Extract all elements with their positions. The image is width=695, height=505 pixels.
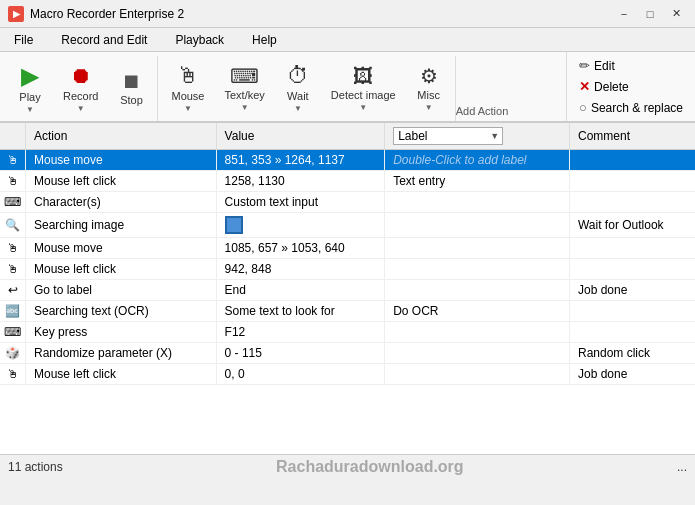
menu-playback[interactable]: Playback bbox=[161, 28, 238, 51]
toolbar-section-actions: 🖱 Mouse ▼ ⌨ Text/key ▼ ⏱ Wait ▼ 🖼 Detect… bbox=[158, 56, 455, 121]
table-row[interactable]: 🖱Mouse move851, 353 » 1264, 1137Double-C… bbox=[0, 150, 695, 171]
row-label: Text entry bbox=[385, 171, 570, 192]
table-row[interactable]: ⌨Key pressF12 bbox=[0, 322, 695, 343]
row-icon: ⌨ bbox=[0, 192, 26, 213]
edit-icon: ✏ bbox=[579, 58, 590, 73]
row-label bbox=[385, 364, 570, 385]
menu-record-edit[interactable]: Record and Edit bbox=[47, 28, 161, 51]
delete-action-button[interactable]: ✕ Delete bbox=[575, 77, 687, 96]
delete-label: Delete bbox=[594, 80, 629, 94]
textkey-icon: ⌨ bbox=[230, 66, 259, 86]
play-button[interactable]: ▶ Play ▼ bbox=[8, 61, 52, 117]
table-row[interactable]: 🖱Mouse left click1258, 1130Text entry bbox=[0, 171, 695, 192]
menu-file[interactable]: File bbox=[0, 28, 47, 51]
edit-action-button[interactable]: ✏ Edit bbox=[575, 56, 687, 75]
row-value: 1085, 657 » 1053, 640 bbox=[216, 238, 385, 259]
row-label bbox=[385, 192, 570, 213]
row-label bbox=[385, 213, 570, 238]
toolbar-row: ▶ Play ▼ ⏺ Record ▼ ⏹ Stop 🖱 Mouse bbox=[0, 52, 695, 121]
wait-label: Wait bbox=[287, 90, 309, 102]
misc-icon: ⚙ bbox=[420, 66, 438, 86]
row-value: 942, 848 bbox=[216, 259, 385, 280]
label-select-wrapper: Label ▼ bbox=[393, 127, 503, 145]
row-comment bbox=[569, 259, 695, 280]
mouse-label: Mouse bbox=[171, 90, 204, 102]
stop-icon: ⏹ bbox=[121, 71, 141, 91]
table-row[interactable]: 🔤Searching text (OCR)Some text to look f… bbox=[0, 301, 695, 322]
actions-table: Action Value Label ▼ Comment 🖱Mouse move… bbox=[0, 123, 695, 385]
wait-button[interactable]: ⏱ Wait ▼ bbox=[276, 61, 320, 117]
row-comment bbox=[569, 171, 695, 192]
textkey-button[interactable]: ⌨ Text/key ▼ bbox=[216, 61, 274, 117]
mouse-button[interactable]: 🖱 Mouse ▼ bbox=[162, 61, 213, 117]
toolbar-section-playback: ▶ Play ▼ ⏺ Record ▼ ⏹ Stop bbox=[4, 56, 158, 121]
status-text: 11 actions bbox=[8, 460, 63, 474]
table-row[interactable]: 🔍Searching imageWait for Outlook bbox=[0, 213, 695, 238]
row-comment bbox=[569, 301, 695, 322]
watermark-text: Rachaduradownload.org bbox=[276, 458, 464, 476]
col-comment: Comment bbox=[569, 123, 695, 150]
row-icon: 🖱 bbox=[0, 171, 26, 192]
add-action-label: Add Action bbox=[456, 56, 513, 121]
maximize-button[interactable]: □ bbox=[639, 5, 661, 23]
col-value: Value bbox=[216, 123, 385, 150]
row-label bbox=[385, 280, 570, 301]
title-bar: ▶ Macro Recorder Enterprise 2 − □ ✕ bbox=[0, 0, 695, 28]
table-row[interactable]: 🎲Randomize parameter (X)0 - 115Random cl… bbox=[0, 343, 695, 364]
edit-label: Edit bbox=[594, 59, 615, 73]
record-button[interactable]: ⏺ Record ▼ bbox=[54, 61, 107, 117]
record-arrow: ▼ bbox=[77, 104, 85, 113]
table-row[interactable]: 🖱Mouse move1085, 657 » 1053, 640 bbox=[0, 238, 695, 259]
row-icon: 🔍 bbox=[0, 213, 26, 238]
row-icon: 🎲 bbox=[0, 343, 26, 364]
label-column-select[interactable]: Label bbox=[393, 127, 503, 145]
table-row[interactable]: 🖱Mouse left click0, 0Job done bbox=[0, 364, 695, 385]
play-label: Play bbox=[19, 91, 40, 103]
table-row[interactable]: ⌨Character(s)Custom text input bbox=[0, 192, 695, 213]
row-icon: 🖱 bbox=[0, 238, 26, 259]
toolbar-buttons: ▶ Play ▼ ⏺ Record ▼ ⏹ Stop 🖱 Mouse bbox=[0, 52, 566, 121]
close-button[interactable]: ✕ bbox=[665, 5, 687, 23]
main-content: Action Value Label ▼ Comment 🖱Mouse move… bbox=[0, 123, 695, 454]
detect-icon: 🖼 bbox=[353, 66, 373, 86]
record-label: Record bbox=[63, 90, 98, 102]
status-dots: ... bbox=[677, 460, 687, 474]
mouse-arrow: ▼ bbox=[184, 104, 192, 113]
minimize-button[interactable]: − bbox=[613, 5, 635, 23]
row-action: Searching text (OCR) bbox=[26, 301, 217, 322]
row-icon: ⌨ bbox=[0, 322, 26, 343]
detect-label: Detect image bbox=[331, 89, 396, 101]
status-bar: 11 actions Rachaduradownload.org ... bbox=[0, 454, 695, 478]
textkey-arrow: ▼ bbox=[241, 103, 249, 112]
row-value: 851, 353 » 1264, 1137 bbox=[216, 150, 385, 171]
record-icon: ⏺ bbox=[70, 65, 92, 87]
toolbar: ▶ Play ▼ ⏺ Record ▼ ⏹ Stop 🖱 Mouse bbox=[0, 52, 695, 123]
table-header: Action Value Label ▼ Comment bbox=[0, 123, 695, 150]
table-row[interactable]: ↩Go to labelEndJob done bbox=[0, 280, 695, 301]
row-value bbox=[216, 213, 385, 238]
row-comment bbox=[569, 192, 695, 213]
row-comment bbox=[569, 238, 695, 259]
row-comment bbox=[569, 150, 695, 171]
row-action: Key press bbox=[26, 322, 217, 343]
row-action: Mouse left click bbox=[26, 171, 217, 192]
detect-arrow: ▼ bbox=[359, 103, 367, 112]
window-title: Macro Recorder Enterprise 2 bbox=[30, 7, 613, 21]
search-replace-button[interactable]: ○ Search & replace bbox=[575, 98, 687, 117]
stop-button[interactable]: ⏹ Stop bbox=[109, 61, 153, 117]
table-row[interactable]: 🖱Mouse left click942, 848 bbox=[0, 259, 695, 280]
row-action: Randomize parameter (X) bbox=[26, 343, 217, 364]
play-arrow: ▼ bbox=[26, 105, 34, 114]
row-comment: Job done bbox=[569, 280, 695, 301]
misc-button[interactable]: ⚙ Misc ▼ bbox=[407, 61, 451, 117]
menu-help[interactable]: Help bbox=[238, 28, 291, 51]
misc-label: Misc bbox=[417, 89, 440, 101]
wait-arrow: ▼ bbox=[294, 104, 302, 113]
window-controls: − □ ✕ bbox=[613, 5, 687, 23]
search-icon: ○ bbox=[579, 100, 587, 115]
detect-button[interactable]: 🖼 Detect image ▼ bbox=[322, 61, 405, 117]
row-label bbox=[385, 322, 570, 343]
app-icon: ▶ bbox=[8, 6, 24, 22]
row-label bbox=[385, 238, 570, 259]
stop-label: Stop bbox=[120, 94, 143, 106]
